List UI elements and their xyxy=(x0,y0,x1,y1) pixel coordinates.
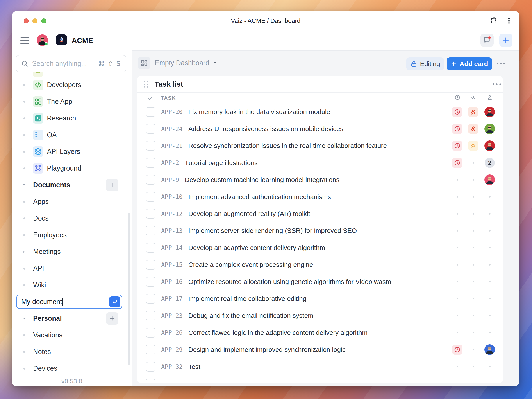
due-date-overdue-badge[interactable] xyxy=(452,158,462,168)
add-document-button[interactable] xyxy=(106,312,118,325)
sidebar-item-wiki[interactable]: Wiki xyxy=(12,277,132,293)
task-row[interactable]: APP-9Develop custom machine learning mod… xyxy=(137,171,503,188)
priority-column-icon[interactable] xyxy=(470,94,476,101)
sidebar-section-personal[interactable]: Personal xyxy=(12,310,132,327)
sidebar-item-label: The App xyxy=(47,98,72,106)
task-row[interactable]: APP-26Correct flawed logic in the adapti… xyxy=(137,324,503,341)
task-row[interactable] xyxy=(137,375,503,383)
assignee-count-badge[interactable]: 2 xyxy=(485,158,495,168)
sidebar-item-research[interactable]: Research xyxy=(12,110,132,127)
sidebar-item-meetings[interactable]: Meetings xyxy=(12,243,132,260)
sidebar-item-api[interactable]: API xyxy=(12,260,132,277)
task-title: Correct flawed logic in the adaptive con… xyxy=(188,324,367,341)
sidebar-item-api-layers[interactable]: API Layers xyxy=(12,143,132,160)
assignee-avatar[interactable] xyxy=(484,141,495,151)
main-area: Empty Dashboard Editing Add card xyxy=(132,51,519,386)
assignee-avatar[interactable] xyxy=(484,344,495,355)
task-checkbox[interactable] xyxy=(146,311,155,321)
task-checkbox[interactable] xyxy=(146,175,155,185)
task-id: APP-16 xyxy=(161,273,183,290)
sidebar-scrollbar[interactable] xyxy=(128,213,130,365)
task-row[interactable]: APP-10Implement advanced authentication … xyxy=(137,188,503,205)
task-checkbox[interactable] xyxy=(146,141,155,151)
task-row[interactable]: APP-15Create a complex event processing … xyxy=(137,256,503,273)
sidebar-item-label: Docs xyxy=(33,214,49,222)
plus-icon xyxy=(109,315,116,322)
due-date-overdue-badge[interactable] xyxy=(452,345,462,355)
sidebar-item-vacations[interactable]: Vacations xyxy=(12,327,132,343)
task-row[interactable]: APP-29Design and implement improved sync… xyxy=(137,341,503,358)
dashboard-icon[interactable] xyxy=(138,57,150,69)
task-checkbox[interactable] xyxy=(146,345,155,354)
task-row[interactable]: APP-16Optimize resource allocation using… xyxy=(137,273,503,290)
task-column-header[interactable]: TASK xyxy=(161,93,176,103)
due-date-overdue-badge[interactable] xyxy=(452,141,462,151)
add-card-button[interactable]: Add card xyxy=(447,57,492,71)
due-date-overdue-badge[interactable] xyxy=(452,107,462,117)
workspace-name[interactable]: ACME xyxy=(72,31,93,51)
due-date-column-icon[interactable] xyxy=(454,94,461,101)
dashboard-more-button[interactable] xyxy=(497,63,505,64)
task-row[interactable]: APP-2Tutorial page illustrations2 xyxy=(137,154,503,171)
search-input[interactable]: Search anything... ⌘ ⇧ S xyxy=(16,55,126,72)
confirm-create-button[interactable] xyxy=(109,296,120,307)
editing-mode-button[interactable]: Editing xyxy=(406,57,444,71)
assignee-column-icon[interactable] xyxy=(487,94,493,101)
sidebar-item-qa[interactable]: QA xyxy=(12,127,132,143)
sidebar-item-playground[interactable]: Playground xyxy=(12,160,132,177)
task-checkbox[interactable] xyxy=(146,328,155,338)
assignee-avatar[interactable] xyxy=(484,174,495,185)
sidebar-section-documents[interactable]: Documents xyxy=(12,177,132,193)
task-row[interactable]: APP-20Fix memory leak in the data visual… xyxy=(137,103,503,120)
workspace-logo[interactable] xyxy=(56,34,67,45)
sidebar-item-notes[interactable]: Notes xyxy=(12,343,132,360)
sidebar-item-employees[interactable]: Employees xyxy=(12,227,132,243)
check-column-icon[interactable] xyxy=(147,95,153,101)
task-checkbox[interactable] xyxy=(146,379,155,383)
assignee-avatar[interactable] xyxy=(484,123,495,134)
task-checkbox[interactable] xyxy=(146,158,155,168)
new-document-input[interactable]: My document xyxy=(16,295,122,309)
task-checkbox[interactable] xyxy=(146,277,155,287)
sidebar-item-docs[interactable]: Docs xyxy=(12,210,132,227)
task-row[interactable]: APP-23Debug and fix the email notificati… xyxy=(137,307,503,324)
card-more-button[interactable] xyxy=(493,84,501,85)
sidebar-item-the-app[interactable]: The App xyxy=(12,93,132,110)
priority-urgent-badge[interactable] xyxy=(468,124,478,134)
task-checkbox[interactable] xyxy=(146,362,155,372)
task-checkbox[interactable] xyxy=(146,192,155,202)
task-row[interactable]: APP-32Test xyxy=(137,358,503,375)
task-checkbox[interactable] xyxy=(146,226,155,236)
task-row[interactable]: APP-21Resolve synchronization issues in … xyxy=(137,137,503,154)
hamburger-menu-icon[interactable] xyxy=(20,35,29,46)
due-date-overdue-badge[interactable] xyxy=(452,124,462,134)
new-document-value: My document xyxy=(21,298,62,306)
priority-high-badge[interactable] xyxy=(468,141,478,151)
browser-menu-icon[interactable] xyxy=(505,17,513,25)
dashboard-title[interactable]: Empty Dashboard xyxy=(155,57,217,69)
lock-open-icon xyxy=(410,60,417,67)
drag-handle-icon[interactable] xyxy=(143,80,149,88)
sidebar-item-developers[interactable]: Developers xyxy=(12,77,132,93)
task-row[interactable]: APP-17Implement real-time collaborative … xyxy=(137,290,503,307)
add-document-button[interactable] xyxy=(106,179,118,191)
task-checkbox[interactable] xyxy=(146,260,155,270)
task-checkbox[interactable] xyxy=(146,294,155,303)
plus-icon xyxy=(451,61,457,67)
task-checkbox[interactable] xyxy=(146,124,155,134)
priority-urgent-badge[interactable] xyxy=(468,107,478,117)
task-checkbox[interactable] xyxy=(146,107,155,117)
extensions-icon[interactable] xyxy=(489,17,498,25)
notifications-chat-button[interactable] xyxy=(481,34,494,47)
task-row[interactable]: APP-24Address UI responsiveness issues o… xyxy=(137,120,503,137)
text-caret xyxy=(63,298,63,306)
task-row[interactable]: APP-13Implement server-side rendering (S… xyxy=(137,222,503,239)
create-new-button[interactable] xyxy=(499,34,513,47)
task-checkbox[interactable] xyxy=(146,243,155,253)
sidebar-item-apps[interactable]: Apps xyxy=(12,193,132,210)
task-row[interactable]: APP-12Develop an augmented reality (AR) … xyxy=(137,205,503,222)
task-row[interactable]: APP-14Develop an adaptive content delive… xyxy=(137,239,503,256)
task-checkbox[interactable] xyxy=(146,209,155,219)
sidebar-item-devices[interactable]: Devices xyxy=(12,360,132,377)
assignee-avatar[interactable] xyxy=(484,107,495,117)
